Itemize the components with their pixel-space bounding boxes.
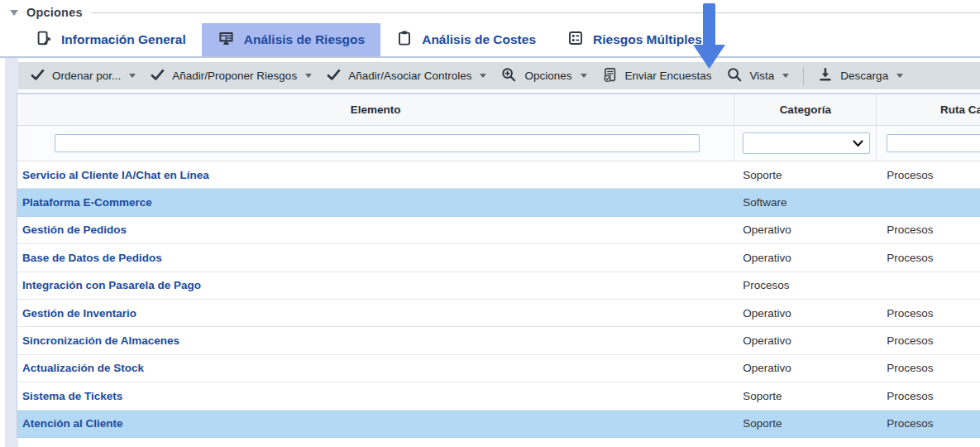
opciones-button[interactable]: Opciones	[494, 62, 594, 89]
ruta-categoria-value: Procesos	[877, 417, 980, 430]
anadir-proponer-riesgos-button[interactable]: Añadir/Proponer Riesgos	[143, 62, 319, 89]
table-row[interactable]: Sistema de Tickets Soporte Procesos	[17, 382, 980, 410]
tab-label: Análisis de Costes	[422, 32, 536, 47]
table-row[interactable]: Servicio al Cliente IA/Chat en Línea Sop…	[17, 161, 980, 189]
tab-informacion-general[interactable]: Información General	[20, 23, 202, 56]
tab-analisis-de-riesgos[interactable]: Análisis de Riesgos	[202, 23, 380, 56]
table-row[interactable]: Atención al Cliente Soporte Procesos	[17, 411, 980, 438]
ruta-categoria-filter-input[interactable]	[887, 134, 980, 152]
elemento-link[interactable]: Servicio al Cliente IA/Chat en Línea	[17, 169, 734, 181]
elemento-link[interactable]: Gestión de Pedidos	[17, 223, 734, 236]
categoria-filter-select[interactable]	[743, 132, 870, 154]
section-header: Opciones	[8, 3, 980, 22]
enviar-encuestas-label: Enviar Encuestas	[625, 70, 712, 82]
elemento-link[interactable]: Sincronización de Almacenes	[17, 334, 734, 347]
tab-bar: Información General Análisis de Riesgos …	[20, 23, 718, 56]
ruta-categoria-value: Procesos	[877, 390, 980, 402]
collapse-triangle-icon[interactable]	[10, 10, 18, 16]
elemento-link[interactable]: Integración con Pasarela de Pago	[17, 279, 734, 291]
column-header-ruta-categoria[interactable]: Ruta Categoría	[877, 94, 980, 125]
anadir-asociar-controles-button[interactable]: Añadir/Asociar Controles	[319, 62, 494, 89]
ruta-categoria-value: Procesos	[877, 223, 980, 236]
anadir-proponer-riesgos-label: Añadir/Proponer Riesgos	[172, 70, 297, 82]
elemento-link[interactable]: Actualización de Stock	[17, 362, 734, 374]
check-icon	[31, 69, 45, 84]
column-header-categoria[interactable]: Categoría	[734, 94, 877, 125]
chevron-down-icon	[853, 140, 863, 147]
ruta-categoria-value: Procesos	[877, 362, 980, 374]
clipboard-icon	[396, 30, 413, 50]
table-row[interactable]: Actualización de Stock Operativo Proceso…	[17, 355, 980, 382]
categoria-value: Operativo	[734, 252, 877, 264]
toolbar-separator	[803, 67, 804, 85]
chevron-down-icon	[782, 74, 789, 78]
risk-elements-table: Elemento Categoría Ruta Categoría Servic…	[17, 93, 980, 438]
section-divider	[91, 12, 980, 13]
toolbar: Ordenar por... Añadir/Proponer Riesgos A…	[18, 62, 980, 89]
categoria-value: Operativo	[734, 307, 877, 320]
elemento-link[interactable]: Gestión de Inventario	[17, 307, 734, 320]
check-icon	[327, 69, 341, 84]
table-row[interactable]: Gestión de Pedidos Operativo Procesos	[17, 217, 980, 244]
ordenar-por-label: Ordenar por...	[52, 70, 121, 82]
table-row[interactable]: Sincronización de Almacenes Operativo Pr…	[17, 327, 980, 354]
table-row[interactable]: Base de Datos de Pedidos Operativo Proce…	[17, 244, 980, 272]
descarga-label: Descarga	[840, 70, 888, 82]
categoria-value: Operativo	[734, 334, 877, 347]
anadir-asociar-controles-label: Añadir/Asociar Controles	[348, 70, 471, 82]
tabs-underline	[0, 56, 980, 58]
tab-label: Riesgos Múltiples	[593, 32, 702, 47]
elemento-link[interactable]: Base de Datos de Pedidos	[17, 252, 734, 264]
ruta-categoria-value: Procesos	[877, 307, 980, 320]
elemento-link[interactable]: Plataforma E-Commerce	[17, 196, 734, 209]
chevron-down-icon	[581, 74, 587, 78]
checklist-icon	[567, 30, 584, 50]
tab-label: Análisis de Riesgos	[244, 32, 365, 47]
chevron-down-icon	[305, 74, 312, 78]
opciones-label: Opciones	[524, 70, 571, 82]
table-row[interactable]: Integración con Pasarela de Pago Proceso…	[17, 272, 980, 300]
check-icon	[151, 69, 165, 84]
categoria-value: Soporte	[734, 390, 877, 402]
table-row[interactable]: Plataforma E-Commerce Software	[17, 189, 980, 216]
tab-riesgos-multiples[interactable]: Riesgos Múltiples	[552, 23, 718, 56]
download-icon	[818, 67, 833, 84]
vista-button[interactable]: Vista	[719, 62, 797, 89]
monitor-icon	[218, 30, 235, 50]
categoria-value: Operativo	[734, 223, 877, 236]
vista-label: Vista	[750, 70, 775, 82]
table-body: Servicio al Cliente IA/Chat en Línea Sop…	[17, 161, 980, 438]
ruta-categoria-value: Procesos	[877, 252, 980, 264]
elemento-filter-input[interactable]	[55, 134, 700, 152]
chevron-down-icon	[896, 74, 903, 78]
categoria-value: Soporte	[734, 169, 877, 181]
enviar-encuestas-button[interactable]: Enviar Encuestas	[595, 62, 719, 89]
descarga-button[interactable]: Descarga	[810, 62, 911, 89]
categoria-value: Operativo	[734, 362, 877, 374]
chevron-down-icon	[480, 74, 486, 78]
categoria-value: Procesos	[734, 279, 877, 291]
elemento-link[interactable]: Sistema de Tickets	[17, 390, 734, 402]
magnifier-icon	[727, 67, 743, 85]
categoria-value: Soporte	[734, 417, 877, 430]
book-edit-icon	[36, 30, 52, 50]
ordenar-por-button[interactable]: Ordenar por...	[23, 62, 143, 89]
elemento-link[interactable]: Atención al Cliente	[17, 417, 734, 430]
tab-analisis-de-costes[interactable]: Análisis de Costes	[380, 23, 552, 56]
categoria-value: Software	[734, 196, 877, 209]
chevron-down-icon	[129, 74, 136, 78]
section-title: Opciones	[26, 6, 83, 19]
column-header-elemento[interactable]: Elemento	[17, 94, 734, 125]
table-filter-row	[17, 126, 980, 161]
zoom-plus-icon	[501, 67, 517, 85]
tab-label: Información General	[61, 32, 186, 47]
ruta-categoria-value: Procesos	[877, 334, 980, 347]
table-header-row: Elemento Categoría Ruta Categoría	[17, 93, 980, 126]
table-row[interactable]: Gestión de Inventario Operativo Procesos	[17, 300, 980, 327]
ruta-categoria-value: Procesos	[877, 169, 980, 181]
document-check-icon	[602, 67, 618, 85]
